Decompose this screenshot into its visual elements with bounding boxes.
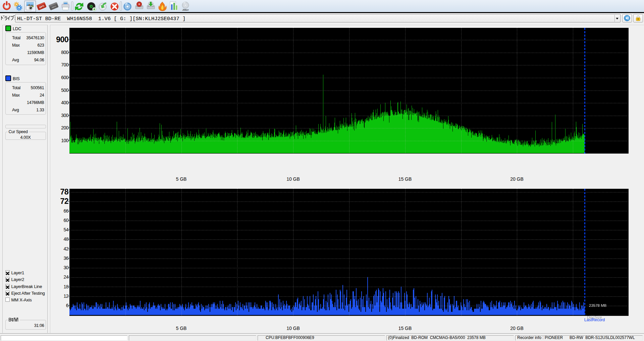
svg-text:Jitter: Jitter (182, 8, 189, 11)
